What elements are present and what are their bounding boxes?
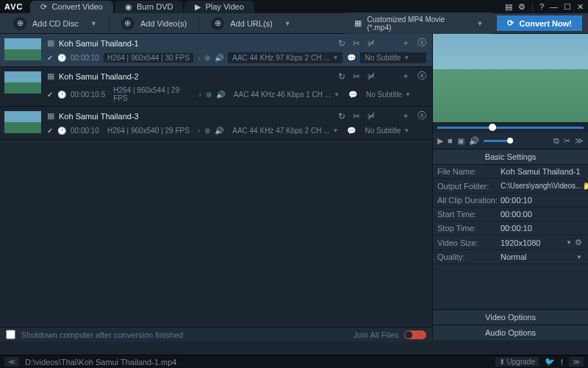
- setting-value[interactable]: 00:00:00: [501, 210, 584, 219]
- twitter-icon[interactable]: 🐦: [545, 357, 555, 367]
- volume-slider[interactable]: [484, 140, 513, 142]
- stop-button[interactable]: ■: [448, 136, 453, 145]
- subtitle-select[interactable]: No Subtitle ▼: [360, 125, 426, 136]
- snapshot-button[interactable]: ▣: [457, 136, 465, 146]
- subtitle-label: No Subtitle: [366, 91, 402, 99]
- upgrade-button[interactable]: ⬆ Upgrade: [495, 357, 539, 367]
- window-controls: ▤ ⚙ | ? — ☐ ✕: [505, 2, 584, 12]
- file-path: D:\videos\Thai\Koh Samui Thailand-1.mp4: [25, 358, 490, 367]
- speaker-icon: 🔊: [216, 91, 225, 99]
- play-button[interactable]: ▶: [437, 136, 443, 146]
- maximize-icon[interactable]: ☐: [564, 2, 571, 12]
- subtitle-label: No Subtitle: [365, 54, 401, 62]
- video-options-heading[interactable]: Video Options: [433, 309, 588, 325]
- video-info: H264 | 960x544 | 30 FPS: [104, 53, 193, 63]
- close-icon[interactable]: ✕: [577, 2, 584, 12]
- remove-icon[interactable]: ⓧ: [416, 70, 428, 82]
- chevron-down-icon[interactable]: ▼: [564, 239, 573, 246]
- browse-folder-icon[interactable]: 📁: [581, 181, 588, 191]
- facebook-icon[interactable]: f: [561, 358, 563, 367]
- effects-icon[interactable]: ✂̸: [366, 111, 376, 121]
- gear-icon[interactable]: ⚙: [573, 238, 584, 247]
- prev-button[interactable]: ≪: [4, 357, 19, 367]
- nav-tabs: ⟳ Convert Video ◉ Burn DVD ▶ Play Video: [30, 1, 505, 13]
- add-icon[interactable]: ＋: [400, 37, 412, 49]
- help-icon[interactable]: ?: [539, 2, 544, 12]
- convert-now-button[interactable]: ⟳ Convert Now!: [497, 15, 583, 31]
- file-name: Koh Samui Thailand-1: [59, 39, 332, 48]
- refresh-icon[interactable]: ↻: [337, 38, 347, 49]
- add-videos-button[interactable]: ⊕ Add Video(s): [114, 14, 194, 33]
- audio-options-heading[interactable]: Audio Options: [433, 325, 588, 340]
- setting-value[interactable]: Koh Samui Thailand-1: [501, 167, 584, 176]
- cut-icon[interactable]: ✂: [351, 71, 362, 82]
- tab-convert-video[interactable]: ⟳ Convert Video: [30, 1, 113, 13]
- effects-icon[interactable]: ✂̸: [366, 38, 376, 49]
- tab-burn-dvd[interactable]: ◉ Burn DVD: [115, 1, 184, 13]
- setting-label: All Clip Duration:: [437, 196, 501, 205]
- volume-icon[interactable]: 🔊: [469, 136, 479, 146]
- chevron-down-icon: ▼: [404, 54, 409, 61]
- add-cd-disc-button[interactable]: ⊕ Add CD Disc ▼: [6, 14, 104, 33]
- chevron-down-icon[interactable]: ▼: [575, 254, 584, 261]
- file-thumbnail[interactable]: [4, 38, 41, 60]
- shutdown-checkbox[interactable]: [6, 330, 15, 339]
- remove-icon[interactable]: ⓧ: [416, 37, 428, 49]
- add-icon[interactable]: ＋: [400, 110, 412, 122]
- preview-scrubber[interactable]: [433, 122, 588, 132]
- scrubber-track: [437, 127, 584, 129]
- audio-track-select[interactable]: AAC 44 KHz 46 Kbps 1 CH ... ▼: [229, 89, 344, 100]
- file-thumbnail[interactable]: [4, 71, 41, 93]
- basic-settings: File Name: Koh Samui Thailand-1 Output F…: [433, 165, 588, 309]
- speaker-icon: 🔊: [215, 127, 223, 135]
- audio-icon: ⊛: [204, 127, 210, 135]
- setting-quality: Quality: Normal ▼: [433, 250, 588, 264]
- volume-thumb[interactable]: [507, 138, 513, 144]
- chevron-down-icon: ▼: [477, 20, 484, 27]
- video-preview[interactable]: [433, 34, 588, 122]
- chevron-down-icon: ▼: [404, 127, 409, 134]
- subtitle-icon: 💬: [347, 54, 356, 62]
- gear-icon[interactable]: ⚙: [518, 2, 526, 12]
- cut-icon[interactable]: ✂: [351, 38, 362, 49]
- cut-icon[interactable]: ✂: [564, 136, 570, 146]
- file-item[interactable]: ▦ Koh Samui Thailand-1 ↻ ✂ ✂̸ ＋ ⓧ ✓ 🕐 00…: [0, 34, 432, 67]
- add-urls-button[interactable]: ⊕ Add URL(s) ▼: [204, 14, 298, 33]
- setting-value[interactable]: Normal: [501, 252, 575, 261]
- file-checkbox[interactable]: ✓: [47, 54, 53, 62]
- setting-value[interactable]: C:\Users\yangh\Videos...: [501, 182, 581, 190]
- refresh-icon[interactable]: ↻: [337, 111, 347, 121]
- setting-output-folder: Output Folder: C:\Users\yangh\Videos... …: [433, 179, 588, 194]
- file-item[interactable]: ▦ Koh Samui Thailand-2 ↻ ✂ ✂̸ ＋ ⓧ ✓ 🕐 00…: [0, 67, 432, 107]
- subtitle-label: No Subtitle: [365, 127, 401, 135]
- cut-icon[interactable]: ✂: [351, 111, 362, 121]
- titlebar: AVC ⟳ Convert Video ◉ Burn DVD ▶ Play Vi…: [0, 0, 588, 13]
- video-plus-icon: ⊕: [121, 17, 135, 30]
- subtitle-select[interactable]: No Subtitle ▼: [360, 52, 426, 63]
- audio-track-select[interactable]: AAC 44 KHz 47 Kbps 2 CH ... ▼: [228, 125, 343, 136]
- more-icon[interactable]: ≫: [575, 136, 584, 146]
- subtitle-select[interactable]: No Subtitle ▼: [362, 89, 428, 100]
- join-files-toggle[interactable]: [404, 330, 426, 339]
- setting-value[interactable]: 00:00:10: [501, 224, 584, 233]
- setting-label: Video Size:: [437, 238, 501, 247]
- audio-track-select[interactable]: AAC 44 KHz 97 Kbps 2 CH ... ▼: [228, 52, 343, 63]
- scrubber-thumb[interactable]: [489, 124, 496, 131]
- popout-icon[interactable]: ⧉: [553, 136, 559, 146]
- file-item[interactable]: ▦ Koh Samui Thailand-3 ↻ ✂ ✂̸ ＋ ⓧ ✓ 🕐 00…: [0, 107, 432, 140]
- next-button[interactable]: ≫: [569, 357, 584, 367]
- effects-icon[interactable]: ✂̸: [366, 71, 376, 82]
- refresh-icon[interactable]: ↻: [337, 71, 347, 82]
- menu-icon[interactable]: ▤: [505, 2, 512, 12]
- file-thumbnail[interactable]: [4, 111, 41, 133]
- setting-value[interactable]: 1920x1080: [501, 238, 564, 247]
- output-profile-select[interactable]: ▦ Customized MP4 Movie (*.mp4) ▼: [345, 13, 492, 35]
- tab-play-video[interactable]: ▶ Play Video: [184, 1, 254, 13]
- remove-icon[interactable]: ⓧ: [416, 110, 428, 122]
- minimize-icon[interactable]: —: [550, 2, 558, 12]
- film-icon: ▦: [47, 71, 54, 81]
- file-checkbox[interactable]: ✓: [47, 127, 53, 135]
- add-icon[interactable]: ＋: [400, 70, 412, 82]
- file-checkbox[interactable]: ✓: [47, 91, 53, 99]
- video-info: H264 | 960x544 | 29 FPS: [110, 85, 194, 103]
